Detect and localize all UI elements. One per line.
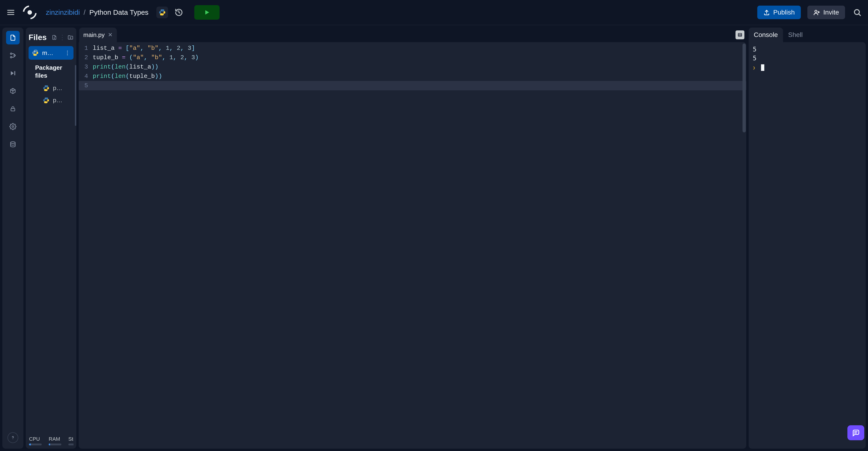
code-line[interactable]: 3print(len(list_a)) [79, 62, 746, 72]
invite-button[interactable]: Invite [807, 6, 845, 19]
tool-run-to-end[interactable] [6, 66, 20, 80]
tool-settings[interactable] [6, 120, 20, 133]
history-button[interactable] [172, 6, 185, 19]
code-line[interactable]: 4print(len(tuple_b)) [79, 72, 746, 81]
code-line[interactable]: 5 [79, 81, 746, 90]
meter-sto: Sto [68, 436, 73, 445]
svg-point-22 [13, 439, 13, 439]
main-area: Files ⋮ m… ⋮ Packager files p… p… [0, 25, 868, 451]
replit-logo[interactable] [22, 4, 38, 21]
svg-point-4 [27, 10, 32, 14]
files-panel: Files ⋮ m… ⋮ Packager files p… p… [26, 28, 76, 449]
meter-bar [68, 444, 73, 445]
svg-point-28 [36, 55, 37, 55]
editor-layout-button[interactable] [736, 30, 744, 39]
output-tabs: ConsoleShell [749, 28, 866, 42]
breadcrumb-separator: / [84, 8, 86, 17]
tool-help[interactable] [7, 432, 18, 443]
code-editor[interactable]: 1list_a = ["a", "b", 1, 2, 3]2tuple_b = … [79, 42, 746, 449]
svg-rect-19 [11, 108, 15, 111]
meter-label: CPU [29, 436, 43, 442]
svg-point-5 [161, 10, 161, 10]
svg-marker-7 [205, 10, 209, 15]
svg-point-21 [10, 142, 15, 143]
files-title: Files [29, 33, 46, 42]
console-cursor [761, 64, 764, 71]
svg-marker-17 [11, 71, 14, 75]
svg-point-14 [10, 53, 12, 54]
svg-point-30 [47, 90, 48, 90]
package-item[interactable]: p… [29, 94, 73, 106]
new-file-button[interactable] [52, 35, 57, 40]
package-item[interactable]: p… [29, 82, 73, 94]
output-tab-console[interactable]: Console [749, 28, 783, 42]
line-number: 3 [79, 62, 93, 72]
svg-rect-18 [14, 71, 15, 75]
tool-packages[interactable] [6, 84, 20, 98]
svg-point-20 [12, 126, 14, 128]
code-text: tuple_b = ("a", "b", 1, 2, 3) [93, 53, 199, 62]
tool-files[interactable] [6, 31, 20, 44]
code-line[interactable]: 1list_a = ["a", "b", 1, 2, 3] [79, 43, 746, 53]
publish-button[interactable]: Publish [757, 6, 801, 19]
output-tab-shell[interactable]: Shell [783, 28, 808, 42]
python-icon [42, 97, 50, 104]
line-number: 5 [79, 81, 93, 90]
tool-version-control[interactable] [6, 49, 20, 62]
meter-ram: RAM [49, 436, 63, 445]
invite-label: Invite [823, 9, 839, 16]
svg-point-9 [815, 10, 817, 12]
search-icon [853, 8, 862, 17]
editor-panel: main.py ✕ 1list_a = ["a", "b", 1, 2, 3]2… [79, 28, 746, 449]
line-number: 2 [79, 53, 93, 62]
packager-section-title: Packager files [35, 64, 72, 80]
meter-label: RAM [49, 436, 63, 442]
breadcrumb-user[interactable]: zinzinzibidi [46, 8, 80, 17]
editor-tab-main[interactable]: main.py ✕ [79, 28, 117, 42]
code-text: print(len(tuple_b)) [93, 72, 162, 81]
publish-label: Publish [773, 9, 795, 16]
search-button[interactable] [851, 6, 864, 19]
files-header-sep: ⋮ [59, 33, 66, 41]
code-line[interactable]: 2tuple_b = ("a", "b", 1, 2, 3) [79, 53, 746, 62]
svg-line-13 [859, 14, 861, 16]
breadcrumb-project[interactable]: Python Data Types [89, 8, 148, 17]
editor-tab-label: main.py [83, 31, 105, 39]
console-line: 5 [753, 45, 862, 54]
svg-point-29 [45, 86, 45, 86]
python-icon [42, 85, 50, 92]
svg-point-32 [47, 102, 48, 102]
tool-database[interactable] [6, 137, 20, 151]
svg-point-6 [163, 14, 164, 15]
line-number: 1 [79, 43, 93, 53]
meter-bar [29, 444, 42, 445]
console-line: 5 [753, 54, 862, 63]
editor-scrollbar[interactable] [743, 43, 746, 132]
topbar: zinzinzibidi / Python Data Types [0, 0, 868, 25]
upload-icon [763, 9, 770, 16]
console-body[interactable]: 55 ❯ [749, 42, 866, 449]
files-header: Files ⋮ [29, 33, 73, 42]
language-chip-python[interactable] [156, 6, 168, 18]
resource-meters: CPU RAM Sto [29, 434, 73, 447]
run-button[interactable] [194, 5, 220, 20]
svg-point-15 [10, 56, 12, 58]
python-icon [32, 50, 39, 56]
file-item[interactable]: m… ⋮ [29, 46, 73, 60]
tool-secrets[interactable] [6, 102, 20, 116]
svg-rect-33 [738, 33, 742, 36]
close-tab-button[interactable]: ✕ [108, 32, 113, 38]
meter-label: Sto [68, 436, 73, 442]
svg-point-27 [34, 51, 34, 51]
code-text: list_a = ["a", "b", 1, 2, 3] [93, 43, 195, 53]
new-folder-button[interactable] [67, 34, 73, 40]
hamburger-menu-button[interactable] [4, 6, 17, 19]
svg-point-31 [45, 98, 45, 98]
file-more-button[interactable]: ⋮ [65, 50, 70, 56]
chat-icon [852, 429, 860, 437]
chat-fab[interactable] [847, 425, 864, 440]
file-label: m… [42, 50, 61, 57]
files-scrollbar[interactable] [75, 65, 76, 126]
invite-icon [813, 9, 820, 16]
toolstrip [2, 28, 23, 449]
